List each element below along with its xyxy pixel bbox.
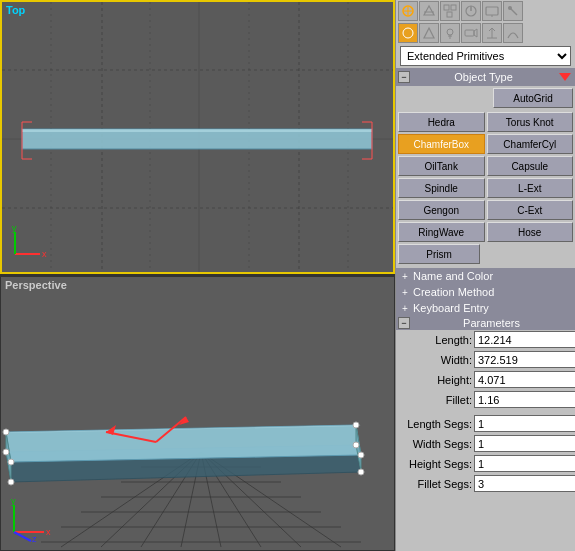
primitive-type-dropdown[interactable]: Extended Primitives [400, 46, 571, 66]
viewport-bottom-label: Perspective [5, 279, 67, 291]
width-input[interactable] [474, 351, 575, 368]
length-label: Length: [400, 334, 472, 346]
height-row: Height: ▲ ▼ [396, 370, 575, 389]
svg-text:y: y [12, 224, 17, 233]
dropdown-row: Extended Primitives [396, 44, 575, 68]
modify-icon[interactable] [419, 1, 439, 21]
svg-rect-14 [22, 129, 372, 132]
height-label: Height: [400, 374, 472, 386]
btn-row-2: ChamferBox ChamferCyl [398, 134, 573, 154]
lext-button[interactable]: L-Ext [487, 178, 574, 198]
svg-point-79 [447, 29, 453, 35]
svg-line-62 [14, 532, 31, 541]
btn-row-1: Hedra Torus Knot [398, 112, 573, 132]
creation-method-header[interactable]: + Creation Method [396, 284, 575, 300]
length-segs-row: Length Segs: ▲ ▼ [396, 414, 575, 433]
ringwave-button[interactable]: RingWave [398, 222, 485, 242]
prism-button[interactable]: Prism [398, 244, 480, 264]
name-color-plus-icon: + [400, 271, 410, 282]
top-axis-indicator: x y [10, 224, 50, 264]
display-icon[interactable] [482, 1, 502, 21]
btn-row-5: Gengon C-Ext [398, 200, 573, 220]
hedra-button[interactable]: Hedra [398, 112, 485, 132]
keyboard-entry-header[interactable]: + Keyboard Entry [396, 300, 575, 316]
capsule-button[interactable]: Capsule [487, 156, 574, 176]
fillet-row: Fillet: ▲ ▼ [396, 390, 575, 409]
toolbar-icons-row1 [396, 0, 575, 22]
svg-point-47 [353, 422, 359, 428]
main-container: Top [0, 0, 575, 551]
object-type-arrow [557, 69, 573, 85]
btn-row-7: Prism [398, 244, 573, 264]
btn-row-3: OilTank Capsule [398, 156, 573, 176]
left-panel: Top [0, 0, 395, 551]
utilities-icon[interactable] [503, 1, 523, 21]
gengon-button[interactable]: Gengon [398, 200, 485, 220]
spindle-button[interactable]: Spindle [398, 178, 485, 198]
toolbar-icons-row2 [396, 22, 575, 44]
parameters-section: Length: ▲ ▼ Width: ▲ ▼ Height: [396, 330, 575, 494]
width-segs-input[interactable] [474, 435, 575, 452]
viewport-top[interactable]: Top [0, 0, 395, 274]
svg-text:x: x [42, 249, 47, 259]
btn-row-4: Spindle L-Ext [398, 178, 573, 198]
length-segs-label: Length Segs: [400, 418, 472, 430]
viewport-bottom[interactable]: Perspective [0, 276, 395, 551]
torusknot-button[interactable]: Torus Knot [487, 112, 574, 132]
svg-point-51 [353, 442, 359, 448]
svg-rect-25 [1, 277, 394, 550]
width-segs-label: Width Segs: [400, 438, 472, 450]
cext-button[interactable]: C-Ext [487, 200, 574, 220]
chamfercyl-button[interactable]: ChamferCyl [487, 134, 574, 154]
svg-text:x: x [46, 527, 51, 537]
viewport-top-label: Top [6, 4, 25, 16]
hose-button[interactable]: Hose [487, 222, 574, 242]
fillet-segs-input[interactable] [474, 475, 575, 492]
length-segs-input[interactable] [474, 415, 575, 432]
object-type-buttons: Hedra Torus Knot ChamferBox ChamferCyl O… [396, 110, 575, 268]
geometry-icon[interactable] [398, 23, 418, 43]
svg-point-48 [8, 459, 14, 465]
creation-method-label: Creation Method [413, 286, 494, 298]
fillet-label: Fillet: [400, 394, 472, 406]
keyboard-entry-label: Keyboard Entry [413, 302, 489, 314]
fillet-input[interactable] [474, 391, 575, 408]
lights-icon[interactable] [440, 23, 460, 43]
svg-point-50 [3, 449, 9, 455]
name-and-color-header[interactable]: + Name and Color [396, 268, 575, 284]
svg-rect-73 [486, 7, 498, 15]
svg-point-53 [358, 469, 364, 475]
autogrid-button[interactable]: AutoGrid [493, 88, 573, 108]
parameters-collapse-btn[interactable]: − [398, 317, 410, 329]
height-input[interactable] [474, 371, 575, 388]
hierarchy-icon[interactable] [440, 1, 460, 21]
helpers-icon[interactable] [482, 23, 502, 43]
top-viewport-grid [2, 2, 393, 272]
motion-icon[interactable] [461, 1, 481, 21]
svg-point-49 [358, 452, 364, 458]
object-type-header: − Object Type [396, 68, 575, 86]
parameters-label: Parameters [410, 317, 573, 329]
cameras-icon[interactable] [461, 23, 481, 43]
svg-point-76 [508, 6, 512, 10]
chamferbox-button[interactable]: ChamferBox [398, 134, 485, 154]
create-icon[interactable] [398, 1, 418, 21]
oiltank-button[interactable]: OilTank [398, 156, 485, 176]
shapes-icon[interactable] [419, 23, 439, 43]
svg-point-46 [3, 429, 9, 435]
length-row: Length: ▲ ▼ [396, 330, 575, 349]
height-segs-input[interactable] [474, 455, 575, 472]
object-type-collapse-btn[interactable]: − [398, 71, 410, 83]
svg-point-52 [8, 479, 14, 485]
height-segs-label: Height Segs: [400, 458, 472, 470]
svg-rect-68 [444, 5, 449, 10]
length-input[interactable] [474, 331, 575, 348]
object-type-label: Object Type [410, 71, 557, 83]
svg-text:y: y [11, 497, 16, 506]
perspective-axis-indicator: x y z [9, 497, 54, 542]
parameters-header: − Parameters [396, 316, 575, 330]
width-label: Width: [400, 354, 472, 366]
svg-marker-78 [424, 28, 434, 38]
spacewarps-icon[interactable] [503, 23, 523, 43]
svg-rect-82 [465, 30, 474, 36]
